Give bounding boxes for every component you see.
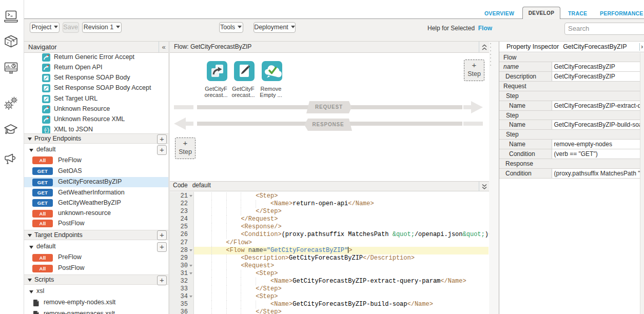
svg-text:}: } bbox=[47, 127, 50, 133]
